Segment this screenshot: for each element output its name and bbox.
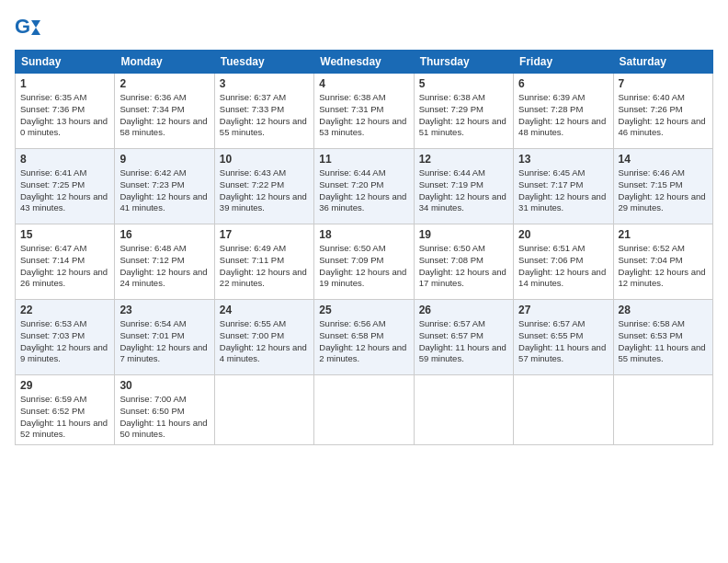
day-number: 15	[20, 228, 109, 241]
day-number: 6	[518, 77, 608, 90]
calendar-cell: 4Sunrise: 6:38 AMSunset: 7:31 PMDaylight…	[314, 74, 414, 149]
calendar-cell	[613, 375, 712, 445]
day-number: 14	[619, 153, 708, 166]
calendar-week-row: 29Sunrise: 6:59 AMSunset: 6:52 PMDayligh…	[16, 375, 713, 445]
day-number: 21	[619, 228, 708, 241]
calendar-week-row: 22Sunrise: 6:53 AMSunset: 7:03 PMDayligh…	[16, 300, 713, 375]
day-number: 9	[119, 153, 209, 166]
calendar-cell	[414, 375, 513, 445]
calendar-cell: 29Sunrise: 6:59 AMSunset: 6:52 PMDayligh…	[16, 375, 115, 445]
day-info: Sunrise: 6:55 AMSunset: 7:00 PMDaylight:…	[220, 318, 309, 365]
weekday-header: Sunday	[16, 51, 115, 74]
weekday-header: Wednesday	[314, 51, 414, 74]
day-number: 11	[319, 153, 408, 166]
day-info: Sunrise: 6:38 AMSunset: 7:31 PMDaylight:…	[319, 92, 408, 139]
day-number: 5	[419, 77, 508, 90]
calendar-header-row: SundayMondayTuesdayWednesdayThursdayFrid…	[16, 51, 713, 74]
calendar-cell	[214, 375, 313, 445]
calendar-cell: 6Sunrise: 6:39 AMSunset: 7:28 PMDaylight…	[514, 74, 613, 149]
day-number: 22	[20, 304, 109, 316]
day-info: Sunrise: 6:38 AMSunset: 7:29 PMDaylight:…	[419, 92, 508, 139]
day-number: 17	[220, 228, 309, 241]
weekday-header: Saturday	[613, 51, 712, 74]
svg-marker-1	[31, 20, 40, 35]
header: G	[15, 15, 713, 40]
calendar-week-row: 15Sunrise: 6:47 AMSunset: 7:14 PMDayligh…	[16, 224, 713, 300]
weekday-header: Thursday	[414, 51, 513, 74]
day-info: Sunrise: 6:44 AMSunset: 7:19 PMDaylight:…	[419, 167, 508, 214]
day-number: 23	[119, 304, 209, 316]
calendar-cell	[314, 375, 414, 445]
day-number: 28	[619, 304, 708, 316]
calendar-cell: 11Sunrise: 6:44 AMSunset: 7:20 PMDayligh…	[314, 149, 414, 224]
day-info: Sunrise: 6:58 AMSunset: 6:53 PMDaylight:…	[619, 318, 708, 365]
calendar-cell: 12Sunrise: 6:44 AMSunset: 7:19 PMDayligh…	[414, 149, 513, 224]
day-number: 26	[419, 304, 508, 316]
calendar-cell: 21Sunrise: 6:52 AMSunset: 7:04 PMDayligh…	[613, 224, 712, 300]
calendar-week-row: 8Sunrise: 6:41 AMSunset: 7:25 PMDaylight…	[16, 149, 713, 224]
calendar-week-row: 1Sunrise: 6:35 AMSunset: 7:36 PMDaylight…	[16, 74, 713, 149]
calendar-cell: 3Sunrise: 6:37 AMSunset: 7:33 PMDaylight…	[214, 74, 313, 149]
day-info: Sunrise: 6:54 AMSunset: 7:01 PMDaylight:…	[119, 318, 209, 365]
day-info: Sunrise: 6:46 AMSunset: 7:15 PMDaylight:…	[619, 167, 708, 214]
day-info: Sunrise: 6:50 AMSunset: 7:08 PMDaylight:…	[419, 243, 508, 290]
day-info: Sunrise: 6:57 AMSunset: 6:57 PMDaylight:…	[419, 318, 508, 365]
calendar-cell: 13Sunrise: 6:45 AMSunset: 7:17 PMDayligh…	[514, 149, 613, 224]
calendar-cell: 17Sunrise: 6:49 AMSunset: 7:11 PMDayligh…	[214, 224, 313, 300]
day-info: Sunrise: 7:00 AMSunset: 6:50 PMDaylight:…	[119, 394, 209, 441]
weekday-header: Monday	[115, 51, 214, 74]
day-info: Sunrise: 6:41 AMSunset: 7:25 PMDaylight:…	[20, 167, 109, 214]
day-number: 25	[319, 304, 408, 316]
day-number: 16	[119, 228, 209, 241]
day-number: 24	[220, 304, 309, 316]
calendar-cell: 24Sunrise: 6:55 AMSunset: 7:00 PMDayligh…	[214, 300, 313, 375]
calendar-cell: 25Sunrise: 6:56 AMSunset: 6:58 PMDayligh…	[314, 300, 414, 375]
calendar-cell: 27Sunrise: 6:57 AMSunset: 6:55 PMDayligh…	[514, 300, 613, 375]
day-info: Sunrise: 6:47 AMSunset: 7:14 PMDaylight:…	[20, 243, 109, 290]
calendar-cell: 5Sunrise: 6:38 AMSunset: 7:29 PMDaylight…	[414, 74, 513, 149]
calendar-cell: 26Sunrise: 6:57 AMSunset: 6:57 PMDayligh…	[414, 300, 513, 375]
calendar-cell: 14Sunrise: 6:46 AMSunset: 7:15 PMDayligh…	[613, 149, 712, 224]
day-info: Sunrise: 6:45 AMSunset: 7:17 PMDaylight:…	[518, 167, 608, 214]
day-info: Sunrise: 6:42 AMSunset: 7:23 PMDaylight:…	[119, 167, 209, 214]
day-number: 29	[20, 379, 109, 392]
day-number: 18	[319, 228, 408, 241]
day-info: Sunrise: 6:49 AMSunset: 7:11 PMDaylight:…	[220, 243, 309, 290]
day-info: Sunrise: 6:37 AMSunset: 7:33 PMDaylight:…	[220, 92, 309, 139]
calendar-cell: 7Sunrise: 6:40 AMSunset: 7:26 PMDaylight…	[613, 74, 712, 149]
calendar-cell: 22Sunrise: 6:53 AMSunset: 7:03 PMDayligh…	[16, 300, 115, 375]
calendar-cell: 30Sunrise: 7:00 AMSunset: 6:50 PMDayligh…	[115, 375, 214, 445]
calendar-cell: 16Sunrise: 6:48 AMSunset: 7:12 PMDayligh…	[115, 224, 214, 300]
day-info: Sunrise: 6:56 AMSunset: 6:58 PMDaylight:…	[319, 318, 408, 365]
calendar-cell: 23Sunrise: 6:54 AMSunset: 7:01 PMDayligh…	[115, 300, 214, 375]
calendar-cell: 28Sunrise: 6:58 AMSunset: 6:53 PMDayligh…	[613, 300, 712, 375]
logo: G	[15, 15, 44, 40]
day-number: 4	[319, 77, 408, 90]
calendar-cell	[514, 375, 613, 445]
day-info: Sunrise: 6:59 AMSunset: 6:52 PMDaylight:…	[20, 394, 109, 441]
day-number: 13	[518, 153, 608, 166]
calendar-cell: 2Sunrise: 6:36 AMSunset: 7:34 PMDaylight…	[115, 74, 214, 149]
weekday-header: Tuesday	[214, 51, 313, 74]
day-info: Sunrise: 6:53 AMSunset: 7:03 PMDaylight:…	[20, 318, 109, 365]
weekday-header: Friday	[514, 51, 613, 74]
day-info: Sunrise: 6:48 AMSunset: 7:12 PMDaylight:…	[119, 243, 209, 290]
day-info: Sunrise: 6:43 AMSunset: 7:22 PMDaylight:…	[220, 167, 309, 214]
day-number: 27	[518, 304, 608, 316]
day-number: 8	[20, 153, 109, 166]
logo-icon: G	[15, 15, 40, 40]
day-info: Sunrise: 6:39 AMSunset: 7:28 PMDaylight:…	[518, 92, 608, 139]
calendar-cell: 1Sunrise: 6:35 AMSunset: 7:36 PMDaylight…	[16, 74, 115, 149]
day-number: 7	[619, 77, 708, 90]
day-info: Sunrise: 6:52 AMSunset: 7:04 PMDaylight:…	[619, 243, 708, 290]
day-info: Sunrise: 6:51 AMSunset: 7:06 PMDaylight:…	[518, 243, 608, 290]
day-number: 10	[220, 153, 309, 166]
calendar-cell: 8Sunrise: 6:41 AMSunset: 7:25 PMDaylight…	[16, 149, 115, 224]
day-info: Sunrise: 6:40 AMSunset: 7:26 PMDaylight:…	[619, 92, 708, 139]
calendar-cell: 10Sunrise: 6:43 AMSunset: 7:22 PMDayligh…	[214, 149, 313, 224]
page: G SundayMondayTuesdayWednesdayThursdayFr…	[0, 0, 728, 563]
day-info: Sunrise: 6:57 AMSunset: 6:55 PMDaylight:…	[518, 318, 608, 365]
calendar-cell: 20Sunrise: 6:51 AMSunset: 7:06 PMDayligh…	[514, 224, 613, 300]
svg-text:G: G	[15, 15, 30, 38]
day-number: 1	[20, 77, 109, 90]
